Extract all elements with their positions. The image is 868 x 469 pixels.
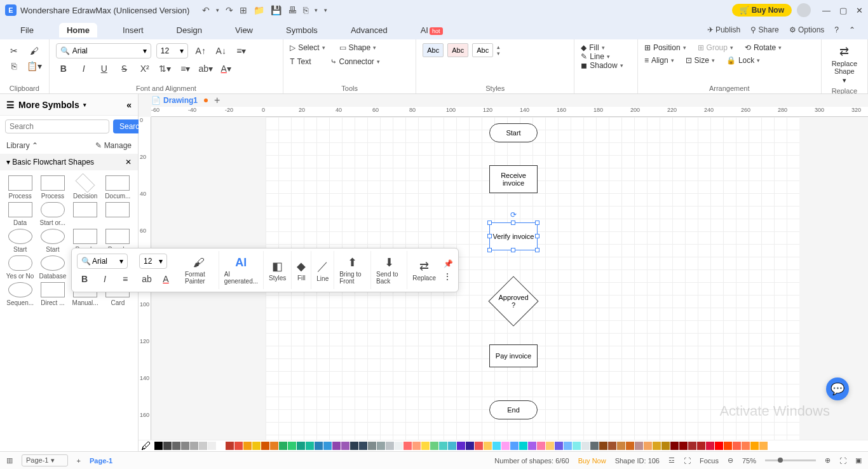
size-button[interactable]: ⊡ Size▾ bbox=[686, 56, 715, 65]
zoom-out-icon[interactable]: ⊖ bbox=[728, 456, 733, 465]
color-swatch[interactable] bbox=[190, 442, 198, 450]
resize-handle[interactable] bbox=[535, 234, 539, 238]
font-size-select[interactable]: 12 ▾ bbox=[156, 43, 188, 58]
export-dropdown[interactable]: ▾ bbox=[315, 7, 318, 13]
collapse-ribbon-icon[interactable]: ⌃ bbox=[849, 25, 855, 34]
share-button[interactable]: ⚲ Share bbox=[750, 25, 778, 34]
color-swatch[interactable] bbox=[724, 442, 732, 450]
shape-palette-item[interactable]: Decision bbox=[71, 175, 100, 200]
color-swatch[interactable] bbox=[439, 442, 447, 450]
resize-handle[interactable] bbox=[487, 248, 492, 252]
color-swatch[interactable] bbox=[252, 442, 261, 450]
color-swatch[interactable] bbox=[750, 442, 759, 450]
color-swatch[interactable] bbox=[679, 442, 688, 450]
page-select[interactable]: Page-1 ▾ bbox=[22, 454, 68, 466]
color-swatch[interactable] bbox=[154, 442, 163, 450]
color-swatch[interactable] bbox=[697, 442, 705, 450]
close-category-icon[interactable]: ✕ bbox=[125, 158, 132, 167]
float-pin-icon[interactable]: 📌 bbox=[444, 259, 453, 268]
float-case-icon[interactable]: ab bbox=[139, 271, 154, 287]
color-swatch[interactable] bbox=[341, 442, 349, 450]
resize-handle[interactable] bbox=[511, 221, 515, 225]
redo-icon[interactable]: ↷ bbox=[226, 5, 233, 15]
tab-advanced[interactable]: Advanced bbox=[343, 23, 395, 37]
print-icon[interactable]: 🖶 bbox=[288, 5, 297, 15]
color-swatch[interactable] bbox=[430, 442, 438, 450]
style-more-icon[interactable]: ▴▾ bbox=[497, 44, 500, 57]
color-swatch[interactable] bbox=[546, 442, 554, 450]
superscript-icon[interactable]: X² bbox=[137, 61, 153, 76]
color-swatch[interactable] bbox=[466, 442, 474, 450]
fullscreen-icon[interactable]: ▣ bbox=[855, 456, 862, 465]
color-swatch[interactable] bbox=[644, 442, 652, 450]
color-swatch[interactable] bbox=[555, 442, 563, 450]
tab-home[interactable]: Home bbox=[59, 23, 97, 37]
library-toggle[interactable]: Library ⌃ bbox=[6, 141, 38, 150]
line-button[interactable]: ✎ Line▾ bbox=[581, 52, 631, 61]
color-swatch[interactable] bbox=[528, 442, 536, 450]
color-swatch[interactable] bbox=[573, 442, 581, 450]
replace-shape-button[interactable]: ⇄ Replace Shape ▾ bbox=[828, 43, 861, 86]
tab-file[interactable]: File bbox=[13, 23, 41, 37]
color-swatch[interactable] bbox=[688, 442, 696, 450]
group-button[interactable]: ⊞ Group▾ bbox=[698, 43, 733, 52]
page-layout-icon[interactable]: ▥ bbox=[6, 456, 13, 465]
float-bold-icon[interactable]: B bbox=[77, 271, 92, 287]
maximize-icon[interactable]: ▢ bbox=[839, 6, 847, 15]
line-spacing-icon[interactable]: ⇅▾ bbox=[158, 61, 173, 76]
color-swatch[interactable] bbox=[243, 442, 252, 450]
lock-button[interactable]: 🔒 Lock▾ bbox=[726, 56, 760, 65]
color-swatch[interactable] bbox=[715, 442, 723, 450]
float-back[interactable]: ⬇Send to Back bbox=[371, 251, 407, 289]
color-swatch[interactable] bbox=[297, 442, 305, 450]
color-swatch[interactable] bbox=[537, 442, 545, 450]
shape-palette-item[interactable]: Yes or No bbox=[5, 255, 35, 280]
color-swatch[interactable] bbox=[626, 442, 634, 450]
more-qat-icon[interactable]: ▾ bbox=[324, 7, 327, 13]
color-swatch[interactable] bbox=[377, 442, 385, 450]
zoom-in-icon[interactable]: ⊕ bbox=[825, 456, 831, 465]
new-tab-icon[interactable]: + bbox=[214, 95, 220, 106]
shape-palette-item[interactable]: Start bbox=[5, 229, 35, 253]
color-swatch[interactable] bbox=[590, 442, 599, 450]
font-family-select[interactable]: 🔍 Arial ▾ bbox=[56, 43, 151, 58]
help-icon[interactable]: ? bbox=[834, 25, 839, 34]
shadow-button[interactable]: ◼ Shadow▾ bbox=[581, 61, 631, 70]
color-swatch[interactable] bbox=[448, 442, 456, 450]
float-fill[interactable]: ◆Fill bbox=[292, 251, 311, 289]
shape-palette-item[interactable]: Start or... bbox=[37, 202, 67, 226]
user-avatar[interactable] bbox=[797, 3, 811, 17]
color-swatch[interactable] bbox=[475, 442, 483, 450]
shape-palette-item[interactable] bbox=[71, 202, 100, 226]
bullets-icon[interactable]: ≡▾ bbox=[178, 61, 193, 76]
color-swatch[interactable] bbox=[564, 442, 572, 450]
shape-palette-item[interactable]: Start bbox=[37, 229, 67, 253]
color-swatch[interactable] bbox=[279, 442, 287, 450]
save-icon[interactable]: 💾 bbox=[271, 5, 281, 15]
layers-icon[interactable]: ☲ bbox=[668, 456, 675, 465]
italic-icon[interactable]: I bbox=[76, 61, 92, 76]
color-swatch[interactable] bbox=[315, 442, 323, 450]
style-preset-1[interactable]: Abc bbox=[423, 43, 444, 57]
close-icon[interactable]: ✕ bbox=[856, 6, 863, 15]
color-swatch[interactable] bbox=[742, 442, 750, 450]
text-tool[interactable]: T Text bbox=[290, 57, 311, 66]
shape-palette-item[interactable]: Docum... bbox=[103, 175, 133, 200]
sidebar-header[interactable]: ☰ More Symbols ▾ « bbox=[0, 94, 138, 116]
copy-icon[interactable]: ⎘ bbox=[6, 58, 22, 74]
resize-handle[interactable] bbox=[535, 221, 539, 225]
color-swatch[interactable] bbox=[208, 442, 216, 450]
color-swatch[interactable] bbox=[412, 442, 421, 450]
bold-icon[interactable]: B bbox=[56, 61, 71, 76]
color-swatch[interactable] bbox=[395, 442, 403, 450]
color-swatch[interactable] bbox=[270, 442, 278, 450]
resize-handle[interactable] bbox=[511, 248, 515, 252]
float-more-icon[interactable]: ⋮ bbox=[444, 272, 453, 281]
color-swatch[interactable] bbox=[581, 442, 590, 450]
category-header[interactable]: ▾ Basic Flowchart Shapes ✕ bbox=[0, 154, 138, 170]
color-swatch[interactable] bbox=[519, 442, 527, 450]
shape-palette-item[interactable] bbox=[103, 202, 133, 226]
color-swatch[interactable] bbox=[261, 442, 269, 450]
rotate-handle-icon[interactable]: ⟳ bbox=[510, 210, 517, 219]
shape-palette-item[interactable]: Data bbox=[5, 202, 35, 226]
